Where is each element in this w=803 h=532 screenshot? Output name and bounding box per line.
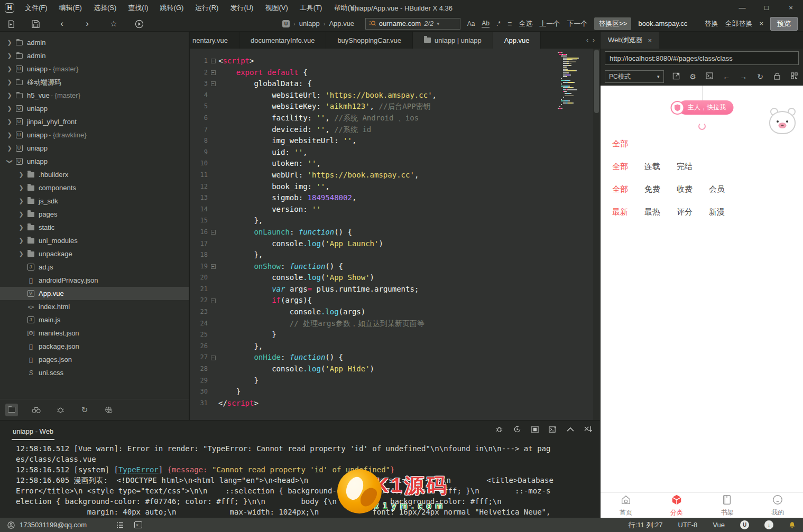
replace-input[interactable] — [638, 20, 697, 27]
breadcrumb-file[interactable]: App.vue — [329, 20, 354, 27]
editor-tab-documentaryInfo.vue[interactable]: documentaryInfo.vue — [239, 32, 326, 49]
tree-item-main.js[interactable]: Jmain.js — [0, 313, 189, 326]
menu-item[interactable]: 视图(V) — [259, 0, 293, 16]
user-account-icon[interactable] — [7, 521, 15, 529]
browser-forward-icon[interactable]: → — [739, 72, 748, 81]
debug-bug-icon[interactable] — [495, 425, 503, 433]
filter-item-新漫[interactable]: 新漫 — [709, 207, 725, 216]
tree-item-uniapp[interactable]: ❯Uuniapp — [0, 155, 189, 168]
filter-item-免费[interactable]: 免费 — [644, 184, 660, 193]
close-browser-tab-icon[interactable]: × — [648, 36, 652, 44]
lock-icon[interactable] — [772, 72, 782, 81]
globe-cloud-icon[interactable] — [103, 404, 115, 416]
tree-item-admin[interactable]: ❯admin — [0, 36, 189, 49]
menu-item[interactable]: 帮助(Y) — [328, 0, 362, 16]
breadcrumb-project[interactable]: uniapp — [299, 20, 320, 27]
account-email[interactable]: 1735031199@qq.com — [20, 521, 87, 529]
editor-tab-uniappuniapp[interactable]: uniapp | uniapp — [413, 32, 493, 49]
filter-item-连载[interactable]: 连载 — [644, 162, 660, 171]
tree-item-static[interactable]: ❯static — [0, 221, 189, 234]
app-tab-书架[interactable]: 书架 — [702, 493, 753, 518]
filter-item-全部[interactable]: 全部 — [612, 139, 628, 148]
preview-button[interactable]: 预览 — [770, 17, 798, 31]
notification-bell-icon[interactable] — [789, 521, 796, 529]
minimap[interactable] — [558, 52, 592, 110]
filter-item-全部[interactable]: 全部 — [612, 162, 628, 171]
tree-item-unpackage[interactable]: ❯unpackage — [0, 247, 189, 260]
filter-item-全部[interactable]: 全部 — [612, 184, 628, 193]
menu-item[interactable]: 发行(U) — [224, 0, 259, 16]
fold-icon[interactable]: − — [208, 67, 218, 79]
tree-item-uniapp[interactable]: ❯Uuniapp - {drawkline} — [0, 128, 189, 142]
device-mode-select[interactable]: PC模式 ▾ — [605, 70, 664, 83]
file-encoding[interactable]: UTF-8 — [678, 521, 698, 529]
save-icon[interactable] — [29, 16, 42, 31]
menu-item[interactable]: 选择(S) — [88, 0, 122, 16]
search-input[interactable]: ourname.com 2/2 ▾ — [365, 18, 460, 30]
open-external-icon[interactable] — [671, 72, 681, 81]
browser-back-icon[interactable]: ← — [722, 72, 731, 81]
replace-all-button[interactable]: 全部替换 — [725, 19, 752, 29]
menu-item[interactable]: 编辑(E) — [53, 0, 88, 16]
back-icon[interactable]: ‹ — [55, 16, 69, 31]
close-button[interactable]: × — [779, 0, 803, 16]
stop-icon[interactable] — [531, 426, 539, 433]
settings-gear-icon[interactable]: ⚙ — [688, 72, 698, 81]
app-tab-分类[interactable]: 分类 — [651, 493, 702, 518]
tree-item-uni.scss[interactable]: Suni.scss — [0, 366, 189, 379]
browser-refresh-icon[interactable]: ↻ — [755, 72, 765, 81]
tree-item-移动端源码[interactable]: ❯移动端源码 — [0, 76, 189, 89]
filter-item-最热[interactable]: 最热 — [644, 207, 660, 216]
minimize-button[interactable]: — — [730, 0, 754, 16]
menu-item[interactable]: 文件(F) — [19, 0, 53, 16]
menu-item[interactable]: 跳转(G) — [154, 0, 190, 16]
url-input[interactable] — [605, 51, 799, 65]
editor-scrollbar[interactable] — [593, 49, 600, 420]
filter-item-完结[interactable]: 完结 — [677, 162, 693, 171]
filter-item-评分[interactable]: 评分 — [677, 207, 693, 216]
tree-item-manifest.json[interactable]: [⚙]manifest.json — [0, 326, 189, 340]
match-case-icon[interactable]: Aa — [467, 20, 475, 27]
tree-item-pages[interactable]: ❯pages — [0, 208, 189, 221]
task-list-icon[interactable] — [116, 521, 124, 528]
debug-bug-icon[interactable] — [54, 404, 67, 416]
menu-item[interactable]: 查找(I) — [122, 0, 154, 16]
tree-item-App.vue[interactable]: VApp.vue — [0, 287, 189, 300]
browser-tab[interactable]: Web浏览器 × — [601, 32, 659, 49]
cursor-position[interactable]: 行:11 列:27 — [629, 520, 663, 530]
tree-item-index.html[interactable]: <>index.html — [0, 300, 189, 313]
fold-icon[interactable]: − — [208, 227, 218, 238]
editor-tab-App.vue[interactable]: App.vue — [493, 32, 541, 49]
tree-item-.hbuilderx[interactable]: ❯.hbuilderx — [0, 168, 189, 181]
explorer-folder-icon[interactable] — [5, 404, 18, 416]
filter-lines-icon[interactable]: ≡ — [507, 20, 512, 28]
app-tab-首页[interactable]: 首页 — [601, 493, 651, 518]
terminal-icon[interactable]: >_ — [134, 521, 142, 528]
tree-item-components[interactable]: ❯components — [0, 181, 189, 194]
file-syntax[interactable]: Vue — [713, 521, 725, 529]
fold-icon[interactable]: − — [208, 352, 218, 363]
tree-item-ad.js[interactable]: Jad.js — [0, 260, 189, 274]
scroll-tabs-left-icon[interactable]: ‹ — [586, 36, 588, 44]
tab-scroll-chevrons[interactable]: ‹› — [581, 32, 600, 49]
select-all-button[interactable]: 全选 — [519, 19, 532, 29]
forward-icon[interactable]: › — [80, 16, 94, 31]
collapse-panel-icon[interactable] — [567, 427, 574, 432]
tree-item-h5_vue[interactable]: ❯h5_vue - {master} — [0, 89, 189, 102]
search-history-chevron-icon[interactable]: ▾ — [437, 21, 439, 26]
replace-zone-button[interactable]: 替换区>> — [594, 17, 631, 30]
uniapp-badge-icon[interactable]: U — [740, 520, 749, 529]
scroll-tabs-right-icon[interactable]: › — [593, 36, 595, 44]
new-terminal-icon[interactable] — [549, 426, 557, 433]
previous-match-button[interactable]: 上一个 — [539, 19, 560, 29]
fold-icon[interactable]: − — [208, 295, 218, 306]
run-icon[interactable] — [132, 16, 146, 31]
console-terminal-icon[interactable] — [705, 72, 714, 81]
tree-item-androidPrivacy.json[interactable]: [ ]androidPrivacy.json — [0, 274, 189, 287]
tree-item-uniapp[interactable]: ❯Uuniapp — [0, 142, 189, 155]
filter-item-最新[interactable]: 最新 — [612, 207, 628, 216]
tree-item-admin[interactable]: ❯admin — [0, 49, 189, 62]
fold-icon[interactable]: − — [208, 55, 218, 67]
close-search-icon[interactable]: × — [759, 20, 763, 27]
tree-item-uni_modules[interactable]: ❯uni_modules — [0, 234, 189, 247]
